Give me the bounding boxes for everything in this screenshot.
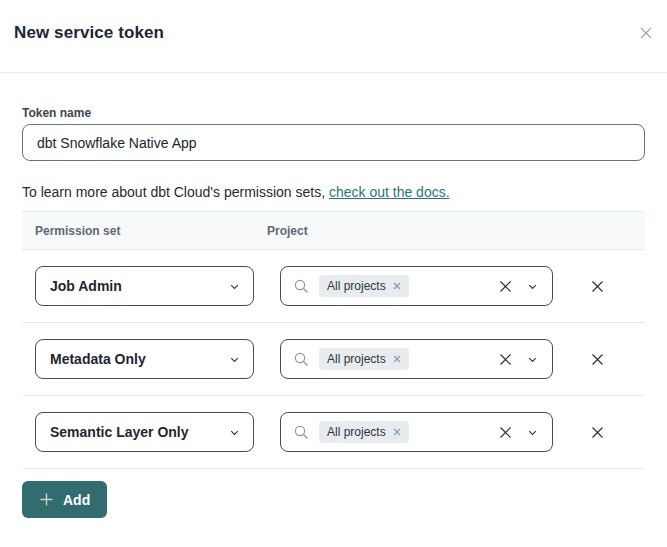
permission-set-value: Job Admin bbox=[50, 278, 228, 294]
chevron-down-icon bbox=[526, 353, 539, 366]
table-row: Job Admin All projects bbox=[22, 250, 645, 323]
close-icon bbox=[638, 25, 654, 41]
add-button-label: Add bbox=[63, 492, 90, 508]
project-chip-label: All projects bbox=[327, 279, 386, 293]
header-divider bbox=[0, 72, 667, 73]
token-name-input[interactable] bbox=[22, 124, 645, 161]
add-button[interactable]: Add bbox=[22, 481, 107, 518]
project-chip-label: All projects bbox=[327, 425, 386, 439]
remove-row-icon bbox=[590, 279, 605, 294]
permission-set-select[interactable]: Job Admin bbox=[35, 266, 254, 306]
remove-row-button[interactable] bbox=[587, 422, 607, 442]
project-multiselect[interactable]: All projects bbox=[280, 412, 553, 452]
permission-set-header: Permission set bbox=[22, 224, 267, 238]
permission-set-select[interactable]: Metadata Only bbox=[35, 339, 254, 379]
project-multiselect[interactable]: All projects bbox=[280, 339, 553, 379]
plus-icon bbox=[39, 492, 54, 507]
table-row: Metadata Only All projects bbox=[22, 323, 645, 396]
project-chip[interactable]: All projects bbox=[319, 275, 409, 297]
close-button[interactable] bbox=[637, 24, 655, 42]
docs-link[interactable]: check out the docs. bbox=[329, 184, 450, 200]
chevron-down-icon bbox=[228, 426, 241, 439]
project-chip[interactable]: All projects bbox=[319, 348, 409, 370]
project-multiselect[interactable]: All projects bbox=[280, 266, 553, 306]
chip-remove-icon[interactable] bbox=[393, 428, 401, 436]
remove-row-icon bbox=[590, 352, 605, 367]
chip-remove-icon[interactable] bbox=[393, 282, 401, 290]
chip-remove-icon[interactable] bbox=[393, 355, 401, 363]
chevron-down-icon bbox=[526, 426, 539, 439]
chevron-down-icon bbox=[526, 280, 539, 293]
permission-info-text: To learn more about dbt Cloud's permissi… bbox=[22, 184, 450, 200]
search-icon bbox=[293, 424, 310, 441]
table-header-row: Permission set Project bbox=[22, 211, 645, 250]
permissions-table: Permission set Project Job Admin All pro… bbox=[22, 211, 645, 469]
chevron-down-icon bbox=[228, 353, 241, 366]
remove-row-button[interactable] bbox=[587, 276, 607, 296]
project-chip[interactable]: All projects bbox=[319, 421, 409, 443]
token-name-label: Token name bbox=[22, 106, 91, 120]
clear-selection-icon[interactable] bbox=[498, 425, 513, 440]
clear-selection-icon[interactable] bbox=[498, 279, 513, 294]
remove-row-button[interactable] bbox=[587, 349, 607, 369]
remove-row-icon bbox=[590, 425, 605, 440]
chevron-down-icon bbox=[228, 280, 241, 293]
info-text: To learn more about dbt Cloud's permissi… bbox=[22, 184, 329, 200]
permission-set-value: Semantic Layer Only bbox=[50, 424, 228, 440]
clear-selection-icon[interactable] bbox=[498, 352, 513, 367]
search-icon bbox=[293, 351, 310, 368]
search-icon bbox=[293, 278, 310, 295]
new-service-token-modal: New service token Token name To learn mo… bbox=[0, 0, 667, 547]
page-title: New service token bbox=[14, 23, 164, 43]
table-row: Semantic Layer Only All projects bbox=[22, 396, 645, 469]
permission-set-value: Metadata Only bbox=[50, 351, 228, 367]
project-chip-label: All projects bbox=[327, 352, 386, 366]
project-header: Project bbox=[267, 224, 308, 238]
permission-set-select[interactable]: Semantic Layer Only bbox=[35, 412, 254, 452]
